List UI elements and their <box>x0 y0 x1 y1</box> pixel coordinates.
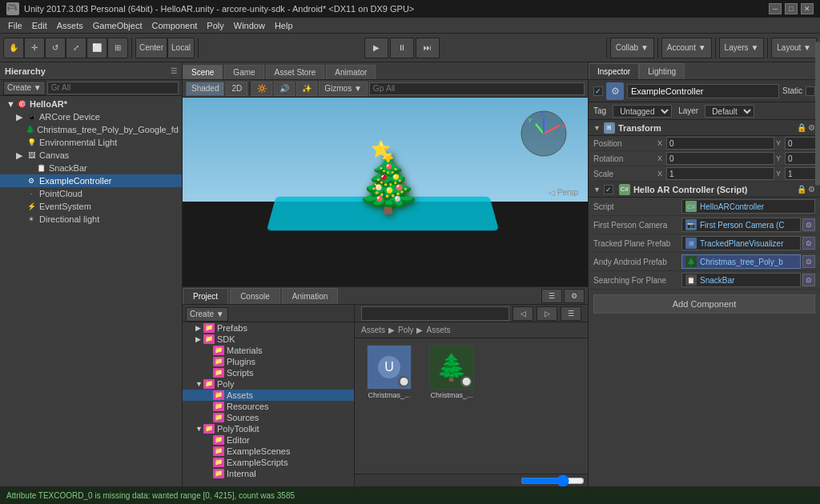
scene-viewport[interactable]: 🎄 ↑ ⭐ X Y Z ◁ Persp <box>183 98 588 286</box>
hierarchy-item-snackbar[interactable]: 📋 SnackBar <box>0 162 182 174</box>
project-search-box[interactable] <box>361 306 509 321</box>
shaded-button[interactable]: Shaded <box>186 82 224 96</box>
hierarchy-item-arcore[interactable]: ▶ 📱 ARCore Device <box>0 110 182 123</box>
script-section-header[interactable]: ▼ C# Hello AR Controller (Script) 🔒 ⚙ <box>589 182 820 198</box>
tree-item-editor[interactable]: 📁Editor <box>183 434 354 446</box>
layers-button[interactable]: Layers ▼ <box>719 38 765 58</box>
layout-button[interactable]: Layout ▼ <box>771 38 817 58</box>
game-tab[interactable]: Game <box>224 65 263 79</box>
menu-assets[interactable]: Assets <box>52 19 88 32</box>
gizmos-dropdown[interactable]: Gizmos ▼ <box>319 82 368 96</box>
project-forward-button[interactable]: ▷ <box>537 306 557 321</box>
audio-button[interactable]: 🔊 <box>274 82 295 96</box>
maximize-button[interactable]: □ <box>785 3 798 14</box>
tree-item-assets[interactable]: 📁Assets <box>183 390 354 401</box>
breadcrumb-assets[interactable]: Assets <box>361 326 385 334</box>
hierarchy-item-christmas-tree[interactable]: 🌲 Christmas_tree_Poly_by_Google_fd <box>0 123 182 136</box>
breadcrumb-poly[interactable]: Poly <box>398 326 413 334</box>
center-button[interactable]: Center <box>135 38 167 58</box>
tree-item-internal[interactable]: 📁Internal <box>183 468 354 479</box>
tracked-plane-value[interactable]: ⊞ TrackedPlaneVisualizer <box>681 236 801 250</box>
transform-all-tool[interactable]: ⊞ <box>107 38 128 58</box>
console-tab[interactable]: Console <box>230 288 280 304</box>
lighting-tab[interactable]: Lighting <box>639 63 685 79</box>
first-person-value[interactable]: 📷 First Person Camera (C <box>681 218 801 232</box>
menu-edit[interactable]: Edit <box>27 19 52 32</box>
script-value[interactable]: C# HelloARController <box>681 199 815 214</box>
hierarchy-item-directional-light[interactable]: ☀ Directional light <box>0 213 182 226</box>
tree-item-sdk[interactable]: ▶📁SDK <box>183 334 354 345</box>
menu-poly[interactable]: Poly <box>202 19 228 32</box>
script-enabled-checkbox[interactable] <box>604 185 613 194</box>
menu-window[interactable]: Window <box>229 19 270 32</box>
inspector-tab[interactable]: Inspector <box>589 63 639 79</box>
hierarchy-create-button[interactable]: Create ▼ <box>3 81 46 95</box>
hand-tool[interactable]: ✋ <box>3 38 24 58</box>
tree-item-prefabs[interactable]: ▶📁Prefabs <box>183 322 354 334</box>
bottom-collapse-button[interactable]: ☰ <box>541 289 562 303</box>
tree-item-materials[interactable]: 📁Materials <box>183 345 354 356</box>
zoom-slider[interactable] <box>521 474 585 487</box>
bottom-settings-button[interactable]: ⚙ <box>564 289 585 303</box>
script-lock-icon[interactable]: 🔒 <box>797 185 806 194</box>
component-enabled-checkbox[interactable] <box>593 86 603 96</box>
animator-tab[interactable]: Animator <box>326 65 376 79</box>
asset-store-tab[interactable]: Asset Store <box>266 65 325 79</box>
layer-select[interactable]: Default <box>705 105 754 118</box>
hierarchy-item-examplecontroller[interactable]: ⚙ ExampleController <box>0 174 182 187</box>
scale-tool[interactable]: ⤢ <box>66 38 86 58</box>
transform-section-header[interactable]: ▼ ⊞ Transform 🔒 ⚙ <box>589 120 820 136</box>
account-button[interactable]: Account ▼ <box>661 38 712 58</box>
window-controls[interactable]: ─ □ ✕ <box>769 3 814 14</box>
script-settings-icon[interactable]: ⚙ <box>808 185 815 194</box>
scale-x-input[interactable] <box>666 167 774 180</box>
play-button[interactable]: ▶ <box>364 38 388 58</box>
hierarchy-search-input[interactable] <box>47 82 179 94</box>
rect-tool[interactable]: ⬜ <box>86 38 107 58</box>
tree-item-plugins[interactable]: 📁Plugins <box>183 356 354 367</box>
tree-item-sources[interactable]: 📁Sources <box>183 412 354 423</box>
project-create-button[interactable]: Create ▼ <box>186 307 228 322</box>
breadcrumb-assets2[interactable]: Assets <box>426 326 450 334</box>
scene-tab[interactable]: Scene <box>183 65 223 79</box>
fx-button[interactable]: ✨ <box>296 82 317 96</box>
minimize-button[interactable]: ─ <box>769 3 782 14</box>
menu-component[interactable]: Component <box>147 19 202 32</box>
pause-button[interactable]: ⏸ <box>390 38 414 58</box>
project-back-button[interactable]: ◁ <box>512 306 533 321</box>
first-person-pick[interactable]: ⊙ <box>802 218 815 231</box>
file-item-christmas-prefab[interactable]: U ⚪ Christmas_... <box>361 345 417 467</box>
close-button[interactable]: ✕ <box>801 3 814 14</box>
add-component-button[interactable]: Add Component <box>593 294 815 314</box>
tree-item-scripts[interactable]: 📁Scripts <box>183 367 354 378</box>
tree-item-resources[interactable]: 📁Resources <box>183 401 354 412</box>
collab-button[interactable]: Collab ▼ <box>610 38 654 58</box>
hierarchy-item-helloar[interactable]: ▼ 🎯 HelloAR* <box>0 98 182 110</box>
transform-settings-icon[interactable]: ⚙ <box>808 123 815 132</box>
scene-search-input[interactable] <box>369 82 585 95</box>
tracked-plane-pick[interactable]: ⊙ <box>802 237 815 250</box>
andy-value[interactable]: 🌲 Christmas_tree_Poly_b <box>681 254 801 269</box>
tree-item-poly[interactable]: ▼📁Poly <box>183 378 354 390</box>
local-button[interactable]: Local <box>167 38 195 58</box>
project-tab[interactable]: Project <box>183 288 228 304</box>
tree-item-examplescenes[interactable]: 📁ExampleScenes <box>183 446 354 457</box>
hierarchy-item-env-light[interactable]: 💡 Environmental Light <box>0 136 182 149</box>
component-name-input[interactable] <box>627 84 779 98</box>
step-button[interactable]: ⏭ <box>416 38 440 58</box>
gizmos-button[interactable]: 🔆 <box>251 82 272 96</box>
hierarchy-item-eventsystem[interactable]: ⚡ EventSystem <box>0 200 182 213</box>
2d-button[interactable]: 2D <box>226 82 247 96</box>
tag-select[interactable]: Untagged <box>613 105 672 118</box>
menu-file[interactable]: File <box>3 19 27 32</box>
file-item-christmas-tree[interactable]: 🌲 ⚪ Christmas_... <box>424 345 480 467</box>
searching-value[interactable]: 📋 SnackBar <box>681 273 801 287</box>
hierarchy-item-canvas[interactable]: ▶ 🖼 Canvas <box>0 149 182 162</box>
animation-tab[interactable]: Animation <box>282 288 338 304</box>
rotation-x-input[interactable] <box>666 152 774 165</box>
searching-pick[interactable]: ⊙ <box>802 274 815 286</box>
menu-help[interactable]: Help <box>270 19 298 32</box>
move-tool[interactable]: ✛ <box>24 38 45 58</box>
static-checkbox[interactable] <box>806 86 815 96</box>
hierarchy-item-pointcloud[interactable]: · PointCloud <box>0 187 182 200</box>
